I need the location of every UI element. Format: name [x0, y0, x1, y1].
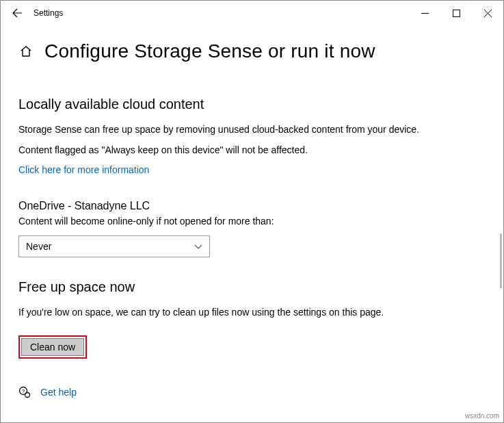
titlebar-left: Settings: [10, 6, 63, 20]
cloud-desc-1: Storage Sense can free up space by remov…: [18, 123, 486, 137]
arrow-left-icon: [12, 8, 23, 18]
content-area: Locally available cloud content Storage …: [1, 69, 503, 398]
get-help-link[interactable]: Get help: [40, 387, 77, 398]
scrollbar[interactable]: [500, 233, 502, 288]
close-button[interactable]: [472, 2, 503, 24]
titlebar: Settings: [1, 1, 503, 25]
onedrive-desc: Content will become online-only if not o…: [18, 215, 486, 229]
freeup-section-heading: Free up space now: [18, 279, 486, 295]
back-button[interactable]: [10, 6, 24, 20]
help-row: ? Get help: [18, 386, 486, 398]
watermark: wsxdn.com: [465, 412, 499, 420]
chevron-down-icon: [194, 241, 202, 252]
cloud-desc-2: Content flagged as "Always keep on this …: [18, 144, 486, 157]
more-info-link[interactable]: Click here for more information: [18, 164, 149, 175]
clean-now-button[interactable]: Clean now: [21, 338, 84, 356]
svg-text:?: ?: [22, 388, 25, 394]
home-icon: [19, 44, 33, 58]
onedrive-frequency-dropdown[interactable]: Never: [18, 235, 210, 257]
window-controls: [409, 2, 503, 24]
app-name: Settings: [34, 8, 63, 18]
close-icon: [484, 10, 492, 17]
freeup-desc: If you're low on space, we can try to cl…: [18, 306, 486, 320]
svg-rect-0: [453, 10, 460, 16]
maximize-button[interactable]: [440, 2, 472, 24]
onedrive-heading: OneDrive - Stanadyne LLC: [18, 200, 486, 212]
maximize-icon: [453, 10, 460, 17]
svg-point-2: [25, 393, 30, 398]
minimize-icon: [421, 10, 429, 17]
minimize-button[interactable]: [409, 2, 440, 24]
help-icon: ?: [18, 386, 31, 398]
page-header: Configure Storage Sense or run it now: [1, 25, 503, 69]
page-title: Configure Storage Sense or run it now: [44, 40, 375, 62]
home-button[interactable]: [18, 44, 34, 59]
dropdown-value: Never: [26, 241, 51, 252]
clean-now-highlight: Clean now: [18, 335, 87, 359]
cloud-section-heading: Locally available cloud content: [18, 97, 486, 112]
